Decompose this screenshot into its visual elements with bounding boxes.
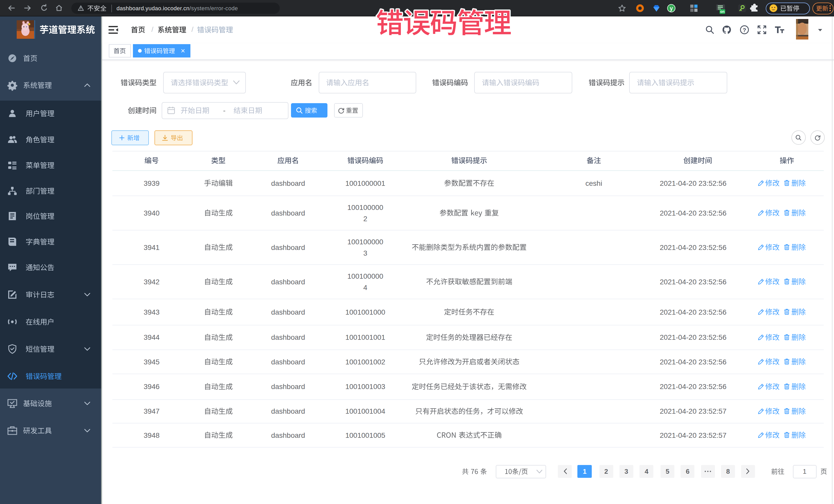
svg-text:?: ? (743, 27, 746, 34)
svg-text:/: / (192, 25, 194, 34)
svg-text:y: y (670, 5, 673, 12)
svg-text:/: / (151, 25, 153, 34)
svg-text:on: on (720, 9, 724, 14)
